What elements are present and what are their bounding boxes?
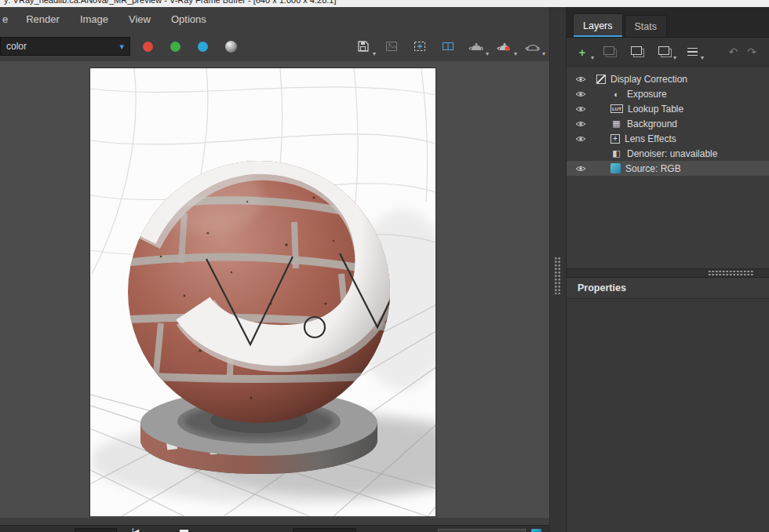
layer-toolbar: + ▾ ▾ ▾ ↶ ↷ xyxy=(567,38,769,67)
export-image-button[interactable] xyxy=(383,38,400,55)
menubar: e Render Image View Options xyxy=(0,7,549,31)
chevron-down-icon: ▾ xyxy=(701,54,704,61)
eye-icon[interactable] xyxy=(574,75,587,83)
layer-row-lens-effects[interactable]: + Lens Effects xyxy=(567,131,769,146)
render-canvas xyxy=(90,68,436,516)
undo-redo-group: ↶ ↷ xyxy=(729,46,756,58)
undo-icon[interactable]: ↶ xyxy=(729,46,738,58)
layer-row-denoiser[interactable]: ◧ Denoiser: unavailable xyxy=(567,146,769,161)
titlebar: y: VRay_headlib.ca.ANova/_MR_preview - V… xyxy=(0,0,769,7)
step-first-icon[interactable]: |◀ xyxy=(132,527,138,532)
window-title: y: VRay_headlib.ca.ANova/_MR_preview - V… xyxy=(0,0,769,5)
properties-body xyxy=(567,299,769,532)
teapot-icon xyxy=(468,41,484,53)
chevron-down-icon: ▾ xyxy=(373,50,376,57)
chevron-down-icon: ▾ xyxy=(542,50,545,57)
layer-row-source-rgb[interactable]: Source: RGB xyxy=(567,161,769,176)
layer-label: Display Correction xyxy=(610,74,687,85)
tab-stats[interactable]: Stats xyxy=(625,15,668,37)
tab-layers[interactable]: Layers xyxy=(573,13,623,37)
chevron-down-icon: ▾ xyxy=(673,54,676,61)
lut-icon: LUT xyxy=(610,104,623,113)
properties-header: Properties xyxy=(567,278,769,299)
chevron-down-icon: ▾ xyxy=(591,54,594,61)
vfb-window: y: VRay_headlib.ca.ANova/_MR_preview - V… xyxy=(0,0,769,532)
layer-options-button[interactable]: ▾ xyxy=(684,44,700,60)
vertical-splitter[interactable] xyxy=(549,7,567,532)
display-correction-icon xyxy=(596,75,606,84)
layer-row-background[interactable]: ▦ Background xyxy=(567,116,769,131)
load-layer-tree-button[interactable]: ▾ xyxy=(657,44,672,60)
menu-item-image[interactable]: Image xyxy=(70,13,118,25)
chevron-down-icon: ▾ xyxy=(514,50,517,57)
compare-slot-button[interactable] xyxy=(293,528,356,532)
eye-icon[interactable] xyxy=(574,135,587,143)
plus-icon: + xyxy=(613,135,618,143)
render-viewport[interactable] xyxy=(0,61,549,518)
splitter-grip-icon xyxy=(708,270,753,276)
compare-icon xyxy=(441,39,455,53)
menu-item-file[interactable]: e xyxy=(0,13,16,25)
load-layers-icon xyxy=(658,46,669,55)
layer-label: Exposure xyxy=(627,89,667,100)
chevron-down-icon: ▾ xyxy=(119,42,124,52)
teapot-outline-icon xyxy=(525,41,541,53)
interactive-render-button[interactable]: ▾ xyxy=(524,38,541,55)
mono-channel-icon[interactable] xyxy=(225,41,237,53)
layer-label: Lookup Table xyxy=(628,104,683,115)
green-channel-icon[interactable] xyxy=(170,42,180,52)
menu-item-view[interactable]: View xyxy=(118,13,161,25)
add-layer-button[interactable]: + ▾ xyxy=(574,44,590,60)
menu-item-render[interactable]: Render xyxy=(16,13,70,25)
source-rgb-icon xyxy=(610,163,621,173)
layer-list: Display Correction ◐ Exposure LUT Lookup… xyxy=(567,67,769,268)
render-button[interactable]: ▾ xyxy=(496,38,513,55)
channel-toggles xyxy=(143,42,208,52)
progress-strip xyxy=(438,529,526,532)
floppy-icon xyxy=(356,39,370,53)
layer-label: Background xyxy=(627,118,677,129)
horizontal-splitter[interactable] xyxy=(567,268,769,278)
render-last-button[interactable]: ▾ xyxy=(468,38,485,55)
list-icon xyxy=(687,48,698,56)
render-image xyxy=(90,68,436,516)
denoiser-icon: ◧ xyxy=(610,148,622,159)
save-layers-icon xyxy=(631,46,642,55)
eye-icon[interactable] xyxy=(574,105,587,113)
layers-stack-icon xyxy=(603,46,614,55)
eye-icon[interactable] xyxy=(574,120,587,128)
channel-select[interactable]: color ▾ xyxy=(0,37,130,56)
layers-panel: Layers Stats + ▾ ▾ ▾ ↶ xyxy=(567,7,769,532)
menu-item-options[interactable]: Options xyxy=(161,13,217,25)
frame-buffer-area: e Render Image View Options color ▾ xyxy=(0,7,549,532)
delete-layer-button[interactable] xyxy=(602,44,618,60)
save-layer-tree-button[interactable] xyxy=(629,44,645,60)
panel-tabs: Layers Stats xyxy=(567,7,769,38)
eye-icon[interactable] xyxy=(574,165,587,173)
layer-label: Source: RGB xyxy=(625,163,681,174)
layer-row-display-correction[interactable]: Display Correction xyxy=(567,71,769,86)
lens-effects-icon: + xyxy=(610,134,620,144)
history-button[interactable] xyxy=(75,528,117,532)
properties-title: Properties xyxy=(578,282,626,293)
toolbar-actions: ▾ xyxy=(355,38,541,55)
history-bar: |◀ xyxy=(0,525,549,532)
main-toolbar: color ▾ ▾ xyxy=(0,31,549,62)
region-render-icon xyxy=(412,39,428,53)
layer-row-exposure[interactable]: ◐ Exposure xyxy=(567,86,769,101)
splitter-grip-icon xyxy=(554,257,561,294)
chevron-down-icon: ▾ xyxy=(486,50,489,57)
red-channel-icon[interactable] xyxy=(143,42,153,52)
eye-icon[interactable] xyxy=(574,90,587,98)
region-render-button[interactable] xyxy=(411,38,428,55)
layer-label: Lens Effects xyxy=(625,133,676,144)
channel-select-value: color xyxy=(6,41,27,52)
compare-images-button[interactable] xyxy=(439,38,457,55)
redo-icon[interactable]: ↷ xyxy=(747,46,756,58)
teapot-render-icon xyxy=(497,41,512,53)
image-export-icon xyxy=(384,39,399,53)
save-image-button[interactable]: ▾ xyxy=(355,38,372,55)
blue-channel-icon[interactable] xyxy=(198,42,208,52)
layer-row-lookup-table[interactable]: LUT Lookup Table xyxy=(567,101,769,116)
vray-badge-icon[interactable] xyxy=(531,529,541,532)
